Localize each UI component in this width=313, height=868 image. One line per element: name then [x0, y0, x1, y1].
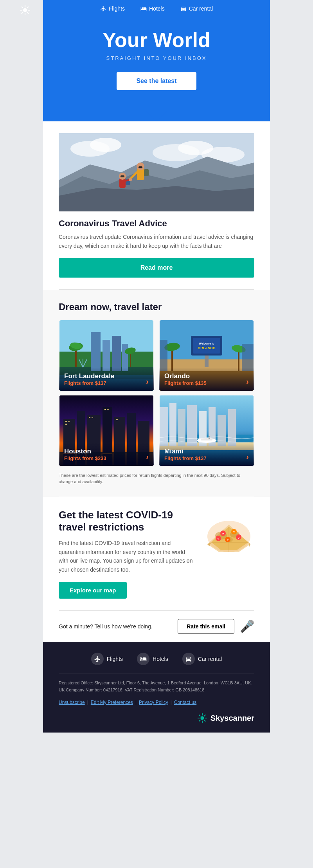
article-section: Coronavirus Travel Advice Coronavirus tr… — [43, 121, 270, 289]
article-image — [59, 133, 254, 211]
svg-rect-36 — [122, 344, 128, 371]
footer-nav-hotels[interactable]: Hotels — [137, 653, 168, 665]
nav-flights[interactable]: Flights — [100, 5, 125, 12]
svg-rect-85 — [160, 407, 168, 446]
footer-sep-1: | — [87, 700, 88, 705]
svg-rect-88 — [187, 405, 197, 446]
svg-line-5 — [22, 7, 23, 8]
svg-text:?: ? — [222, 532, 224, 536]
footer-link-contact[interactable]: Contact us — [174, 700, 196, 705]
hero-title: Your World — [59, 29, 254, 51]
destination-orlando[interactable]: Welcome to ORLANDO Orlando — [159, 320, 254, 391]
svg-text:?: ? — [238, 536, 240, 540]
footer-sep-3: | — [171, 700, 172, 705]
svg-rect-51 — [193, 338, 220, 354]
svg-rect-71 — [68, 421, 70, 422]
footer-car-icon — [185, 655, 192, 662]
header: Flights Hotels Car rental Your World — [43, 0, 270, 121]
svg-rect-87 — [178, 409, 185, 446]
hotel-icon — [140, 5, 147, 12]
svg-rect-91 — [218, 415, 226, 446]
destination-fort-lauderdale[interactable]: Fort Lauderdale Flights from $137 › — [59, 320, 154, 391]
svg-rect-92 — [228, 409, 236, 446]
svg-text:Welcome to: Welcome to — [199, 342, 214, 345]
rating-right: Rate this email 🎤 — [178, 619, 254, 634]
svg-point-12 — [90, 138, 121, 152]
svg-line-122 — [204, 720, 205, 721]
svg-point-29 — [129, 178, 132, 181]
svg-rect-35 — [112, 336, 121, 371]
svg-point-116 — [200, 716, 204, 720]
footer-links: Unsubscribe | Edit My Preferences | Priv… — [59, 700, 254, 705]
header-logo — [20, 5, 31, 17]
explore-map-button[interactable]: Explore our map — [59, 582, 127, 599]
footer-link-privacy[interactable]: Privacy Policy — [139, 700, 168, 705]
email-wrapper: Flights Hotels Car rental Your World — [43, 0, 270, 733]
dream-title: Dream now, travel later — [59, 301, 254, 312]
fort-lauderdale-price: Flights from $137 — [64, 380, 114, 386]
footer-skyscanner-sun-icon — [197, 713, 207, 723]
fort-lauderdale-info: Fort Lauderdale Flights from $137 — [64, 372, 114, 386]
svg-line-124 — [199, 720, 200, 721]
destinations-grid: Fort Lauderdale Flights from $137 › Welc… — [59, 320, 254, 466]
nav-car-rental[interactable]: Car rental — [180, 5, 213, 12]
footer-flights-label: Flights — [107, 656, 123, 662]
map-illustration: ? ? ? ? ? — [203, 509, 254, 556]
see-latest-button[interactable]: See the latest — [117, 72, 196, 90]
svg-rect-34 — [103, 340, 110, 371]
nav-hotels[interactable]: Hotels — [140, 5, 165, 12]
svg-rect-76 — [107, 409, 109, 410]
car-icon — [180, 5, 187, 12]
houston-arrow: › — [146, 452, 149, 461]
miami-info: Miami Flights from $137 — [164, 448, 207, 461]
covid-map: ? ? ? ? ? — [203, 509, 254, 556]
nav-flights-label: Flights — [109, 5, 125, 12]
covid-content: Get the latest COVID-19 travel restricti… — [59, 509, 196, 599]
article-title: Coronavirus Travel Advice — [59, 218, 254, 229]
svg-rect-21 — [139, 166, 142, 168]
fort-lauderdale-arrow: › — [146, 377, 149, 386]
footer-hotel-icon — [140, 655, 147, 662]
svg-rect-59 — [160, 340, 167, 371]
footer-car-rental-label: Car rental — [198, 656, 222, 662]
footer-link-unsubscribe[interactable]: Unsubscribe — [59, 700, 85, 705]
footer-divider — [59, 673, 254, 673]
svg-rect-86 — [169, 403, 176, 446]
svg-rect-60 — [242, 344, 254, 371]
svg-line-6 — [27, 13, 29, 14]
destination-miami[interactable]: Miami Flights from $137 › — [159, 395, 254, 466]
nav-car-rental-label: Car rental — [189, 5, 213, 12]
svg-rect-33 — [91, 332, 101, 371]
orlando-overlay: Orlando Flights from $135 › — [159, 368, 254, 391]
article-text: Coronavirus travel update Coronavirus in… — [59, 233, 254, 250]
destination-houston[interactable]: Houston Flights from $233 › — [59, 395, 154, 466]
read-more-button[interactable]: Read more — [59, 258, 254, 278]
rating-section: Got a minute? Tell us how we're doing. R… — [43, 611, 270, 642]
header-hero: Your World STRAIGHT INTO YOUR INBOX See … — [43, 17, 270, 110]
svg-text:?: ? — [227, 538, 229, 542]
svg-rect-73 — [89, 417, 90, 418]
footer-nav-car-rental[interactable]: Car rental — [182, 653, 222, 665]
hero-subtitle: STRAIGHT INTO YOUR INBOX — [59, 55, 254, 61]
miami-overlay: Miami Flights from $137 › — [159, 443, 254, 466]
orlando-arrow: › — [246, 377, 249, 386]
miami-price: Flights from $137 — [164, 455, 207, 461]
orlando-price: Flights from $135 — [164, 380, 207, 386]
svg-rect-70 — [65, 421, 67, 422]
footer-bottom: Skyscanner — [59, 713, 254, 733]
houston-info: Houston Flights from $233 — [64, 448, 106, 461]
houston-name: Houston — [64, 448, 106, 455]
svg-line-123 — [204, 715, 205, 716]
svg-line-8 — [22, 13, 23, 14]
footer-hotels-label: Hotels — [153, 656, 168, 662]
svg-point-0 — [23, 8, 27, 12]
price-note: These are the lowest estimated prices fo… — [59, 472, 254, 485]
rate-email-button[interactable]: Rate this email — [178, 619, 234, 634]
footer-sep-2: | — [135, 700, 137, 705]
hikers-scene-svg — [59, 133, 254, 211]
svg-rect-72 — [65, 424, 67, 425]
footer-link-edit-prefs[interactable]: Edit My Preferences — [91, 700, 133, 705]
plane-icon — [100, 5, 106, 12]
fort-lauderdale-overlay: Fort Lauderdale Flights from $137 › — [59, 368, 154, 391]
footer-nav-flights[interactable]: Flights — [91, 653, 123, 665]
